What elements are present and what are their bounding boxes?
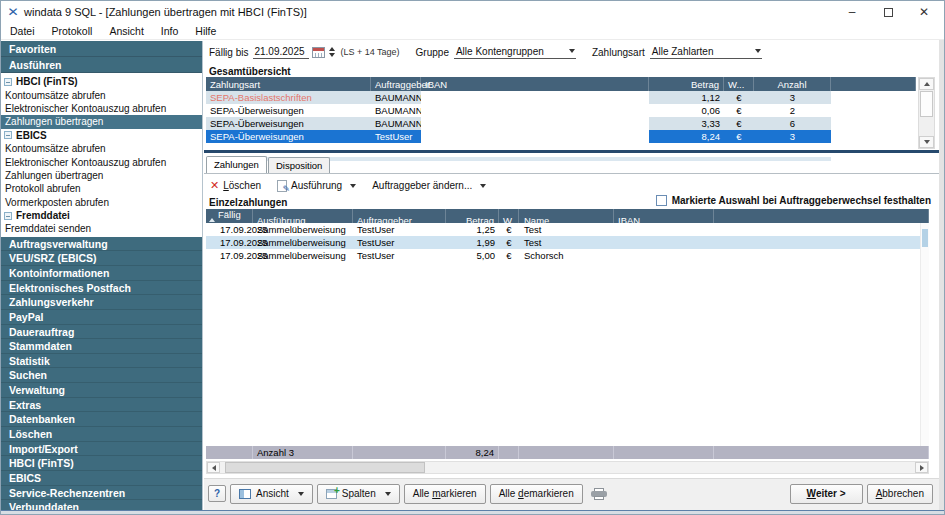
sidebar: Favoriten Ausführen HBCI (FinTS) Kontoum… (1, 41, 203, 510)
help-button[interactable]: ? (208, 485, 226, 502)
sidebar-item-datenbanken[interactable]: Datenbanken (1, 412, 202, 427)
abbrechen-button[interactable]: Abbrechen (867, 484, 933, 504)
pane-splitter[interactable] (204, 150, 939, 153)
col-betrag[interactable]: Betrag (649, 77, 724, 91)
tree-item-kontoumsaetze-ebics[interactable]: Kontoumsätze abrufen (1, 142, 202, 155)
ansicht-button[interactable]: Ansicht (230, 484, 313, 504)
weiter-button[interactable]: Weiter > (790, 484, 863, 504)
tree-item-zahlungen-uebertragen-hbci[interactable]: Zahlungen übertragen (1, 115, 202, 128)
sidebar-item-service-rechenzentren[interactable]: Service-Rechenzentren (1, 486, 202, 501)
sidebar-item-verbunddaten[interactable]: Verbunddaten (1, 500, 202, 510)
horizontal-scrollbar[interactable] (206, 461, 929, 474)
window-title: windata 9 SQL - [Zahlungen übertragen mi… (24, 6, 307, 18)
calendar-icon[interactable] (312, 47, 325, 58)
scroll-up-button[interactable] (919, 78, 934, 90)
sidebar-item-import-export[interactable]: Import/Export (1, 442, 202, 457)
printer-icon[interactable] (591, 488, 607, 500)
sidebar-item-hbci-fints[interactable]: HBCI (FinTS) (1, 456, 202, 471)
tree-group-ebics[interactable]: EBICS (1, 129, 202, 142)
table-row[interactable]: SEPA-Überweisungen BAUMANN 3,33 € 6 (206, 117, 916, 130)
scroll-track[interactable] (220, 462, 915, 473)
sidebar-item-auftragsverwaltung[interactable]: Auftragsverwaltung (1, 237, 202, 252)
spalten-button[interactable]: Spalten (317, 484, 400, 504)
collapse-icon[interactable] (4, 78, 12, 86)
tree-item-zahlungen-uebertragen-ebics[interactable]: Zahlungen übertragen (1, 169, 202, 182)
cell-zahlungsart: SEPA-Überweisungen (206, 118, 371, 129)
chevron-down-icon (350, 184, 356, 188)
ausfuehrung-button[interactable]: Ausführung (277, 180, 356, 192)
tree-item-protokoll-abrufen[interactable]: Protokoll abrufen (1, 182, 202, 195)
tab-zahlungen[interactable]: Zahlungen (206, 156, 267, 173)
col-iban[interactable]: IBAN (421, 77, 649, 91)
summary-cell (206, 446, 253, 459)
sidebar-item-postfach[interactable]: Elektronisches Postfach (1, 281, 202, 296)
scroll-thumb[interactable] (922, 229, 928, 247)
col-anzahl[interactable]: Anzahl (754, 77, 831, 91)
payments-scrollbar[interactable] (920, 223, 929, 446)
sidebar-item-favoriten[interactable]: Favoriten (1, 41, 202, 57)
menu-datei[interactable]: Datei (10, 25, 35, 37)
col-iban[interactable]: IBAN (614, 209, 714, 231)
cell-ausfuehrung: Sammelüberweisung (253, 237, 353, 248)
tree-item-vormerkposten-abrufen[interactable]: Vormerkposten abrufen (1, 196, 202, 209)
arrow-down-icon (924, 140, 930, 144)
cell-anzahl: 2 (754, 105, 831, 116)
sidebar-item-ausfuehren[interactable]: Ausführen (1, 57, 202, 73)
sidebar-item-loeschen[interactable]: Löschen (1, 427, 202, 442)
table-row[interactable]: SEPA-Basislastschriften BAUMANN 1,12 € 3 (206, 91, 916, 104)
scroll-thumb[interactable] (225, 462, 425, 473)
sidebar-item-zahlungsverkehr[interactable]: Zahlungsverkehr (1, 295, 202, 310)
table-row-selected[interactable]: 17.09.2025 Sammelüberweisung TestUser 1,… (206, 236, 929, 249)
scroll-down-button[interactable] (919, 136, 934, 148)
tree-item-fremddatei-senden[interactable]: Fremddatei senden (1, 222, 202, 235)
gruppe-value: Alle Kontengruppen (456, 46, 544, 57)
menu-hilfe[interactable]: Hilfe (195, 25, 216, 37)
table-row[interactable]: SEPA-Überweisungen BAUMANN 0,06 € 2 (206, 104, 916, 117)
tree-item-kontoumsaetze-hbci[interactable]: Kontoumsätze abrufen (1, 88, 202, 101)
sidebar-item-kontoinformationen[interactable]: Kontoinformationen (1, 266, 202, 281)
tree-item-kontoauszug-hbci[interactable]: Elektronischer Kontoauszug abrufen (1, 102, 202, 115)
date-spinner[interactable] (329, 47, 335, 57)
scroll-track[interactable] (919, 90, 934, 136)
col-zahlungsart[interactable]: Zahlungsart (206, 77, 371, 91)
collapse-icon[interactable] (4, 212, 12, 220)
sidebar-item-ebics[interactable]: EBICS (1, 471, 202, 486)
keep-selection-checkbox[interactable] (656, 195, 667, 206)
tree-group-fremddatei[interactable]: Fremddatei (1, 209, 202, 222)
gruppe-dropdown[interactable]: Alle Kontengruppen (454, 46, 576, 59)
scroll-right-button[interactable] (915, 462, 928, 473)
sidebar-item-extras[interactable]: Extras (1, 398, 202, 413)
menu-ansicht[interactable]: Ansicht (109, 25, 143, 37)
minimize-button[interactable]: – (834, 2, 870, 23)
sidebar-item-veu-srz[interactable]: VEU/SRZ (EBICS) (1, 251, 202, 266)
due-date-field[interactable]: 21.09.2025 (253, 46, 309, 59)
sidebar-item-suchen[interactable]: Suchen (1, 368, 202, 383)
collapse-icon[interactable] (4, 131, 12, 139)
scroll-thumb[interactable] (920, 91, 933, 117)
close-button[interactable]: ✕ (906, 2, 942, 23)
menu-info[interactable]: Info (161, 25, 179, 37)
tree-group-hbci[interactable]: HBCI (FinTS) (1, 75, 202, 88)
zahlungsart-dropdown[interactable]: Alle Zahlarten (650, 46, 762, 59)
table-row[interactable]: 17.09.2025 Sammelüberweisung TestUser 5,… (206, 249, 929, 262)
sidebar-item-paypal[interactable]: PayPal (1, 310, 202, 325)
sidebar-item-statistik[interactable]: Statistik (1, 354, 202, 369)
menu-protokoll[interactable]: Protokoll (52, 25, 93, 37)
tab-disposition[interactable]: Disposition (268, 157, 330, 173)
auftraggeber-aendern-button[interactable]: Auftraggeber ändern... (372, 180, 486, 191)
table-row-selected[interactable]: SEPA-Überweisungen TestUser 8,24 € 3 (206, 130, 916, 143)
summary-row: Anzahl 3 8,24 (206, 446, 929, 459)
sidebar-item-verwaltung[interactable]: Verwaltung (1, 383, 202, 398)
scroll-left-button[interactable] (207, 462, 220, 473)
overview-scrollbar[interactable] (918, 77, 935, 149)
maximize-button[interactable] (870, 2, 906, 23)
tree-item-kontoauszug-ebics[interactable]: Elektronischer Kontoauszug abrufen (1, 155, 202, 168)
col-auftraggeber[interactable]: Auftraggeber (371, 77, 421, 91)
sidebar-item-dauerauftrag[interactable]: Dauerauftrag (1, 325, 202, 340)
sidebar-item-stammdaten[interactable]: Stammdaten (1, 339, 202, 354)
delete-button[interactable]: ✕Löschen (210, 179, 261, 192)
alle-markieren-button[interactable]: Alle markieren (404, 484, 486, 504)
alle-demarkieren-button[interactable]: Alle demarkieren (490, 484, 583, 504)
cell-zahlungsart: SEPA-Basislastschriften (206, 92, 371, 103)
col-waehrung[interactable]: W... (724, 77, 754, 91)
